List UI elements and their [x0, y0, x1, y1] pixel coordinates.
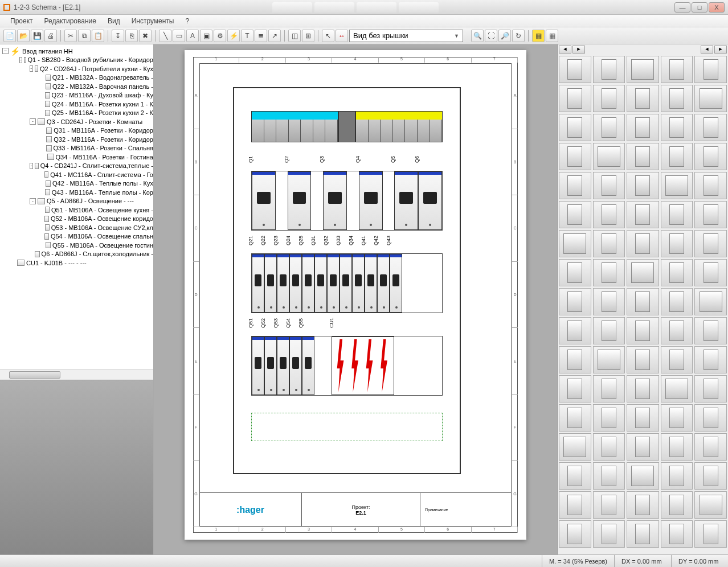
palette-item[interactable]	[661, 462, 693, 490]
save-icon[interactable]: 💾	[31, 30, 43, 42]
palette-item[interactable]	[593, 491, 625, 519]
breaker-row-3[interactable]: Q51Q52Q53Q54Q55CU1	[251, 336, 443, 396]
palette-item[interactable]	[661, 114, 693, 141]
breaker-row-1[interactable]: Q1Q2Q3Q4Q5Q6	[251, 171, 443, 231]
symbol2-icon[interactable]: ⚡	[227, 30, 240, 42]
breaker-Q6[interactable]: Q6	[418, 171, 442, 230]
palette-item[interactable]	[661, 404, 693, 432]
palette-item[interactable]	[627, 230, 659, 257]
project-tree[interactable]: −⚡Ввод питания НН-Q1 - SB280 - Вводной р…	[0, 44, 153, 380]
palette-item[interactable]	[593, 433, 625, 461]
palette-item[interactable]	[559, 56, 591, 83]
drawing-canvas[interactable]: 1234567 1234567 ABCDEFG ABCDEFG	[154, 44, 557, 554]
tree-item[interactable]: Q42 - MB116A - Теплые полы - Кух	[2, 179, 153, 188]
breaker-Q55[interactable]: Q55	[302, 336, 314, 395]
palette-item[interactable]	[694, 172, 727, 199]
breaker-Q1[interactable]: Q1	[252, 171, 276, 230]
palette-item[interactable]	[559, 230, 591, 257]
palette-item[interactable]	[661, 491, 693, 519]
palette-item[interactable]	[694, 346, 727, 373]
palette-prev2-icon[interactable]: ◄	[701, 46, 713, 54]
text2-icon[interactable]: T	[241, 30, 253, 42]
refresh-icon[interactable]: ↻	[512, 30, 525, 42]
breaker-Q53[interactable]: Q53	[277, 336, 289, 395]
palette-item[interactable]	[593, 404, 625, 432]
palette-item[interactable]	[627, 520, 659, 548]
breaker-Q25[interactable]: Q25	[302, 254, 314, 313]
palette-item[interactable]	[627, 143, 659, 170]
tree-item[interactable]: Q53 - MB106A - Освещение СУ2,кл	[2, 223, 153, 232]
palette-item[interactable]	[694, 56, 727, 83]
breaker-Q23[interactable]: Q23	[277, 254, 289, 313]
palette-item[interactable]	[661, 201, 693, 228]
palette-item[interactable]	[559, 114, 591, 141]
tree-item[interactable]: Q31 - MB116A - Розетки - Коридор	[2, 126, 153, 135]
palette-item[interactable]	[661, 85, 693, 112]
palette-item[interactable]	[627, 462, 659, 490]
breaker-Q51[interactable]: Q51	[252, 336, 264, 395]
palette-item[interactable]	[559, 172, 591, 199]
palette-item[interactable]	[694, 375, 727, 402]
bg-tab[interactable]	[272, 2, 312, 13]
breaker-Q54[interactable]: Q54	[289, 336, 302, 395]
tree-item[interactable]: Q34 - MB116A - Розетки - Гостина	[2, 153, 153, 162]
tree-item[interactable]: Q43 - MB116A - Теплые полы - Кор	[2, 188, 153, 197]
bg-tab[interactable]	[314, 2, 354, 13]
palette-item[interactable]	[627, 288, 659, 315]
palette-item[interactable]	[694, 114, 727, 141]
palette-item[interactable]	[559, 375, 591, 402]
export-icon[interactable]: ↗	[268, 30, 281, 42]
tree-item[interactable]: Q51 - MB106A - Освещение кухня -	[2, 206, 153, 215]
cu-device[interactable]: CU1	[332, 336, 394, 395]
menu-help[interactable]: ?	[180, 16, 195, 26]
tree-item[interactable]: -Q5 - AD866J - Освещение - ---	[2, 197, 153, 206]
palette-next-icon[interactable]: ►	[572, 46, 585, 54]
palette-item[interactable]	[661, 230, 693, 257]
palette-item[interactable]	[593, 288, 625, 315]
panel2-icon[interactable]: ⊞	[302, 30, 314, 42]
palette-item[interactable]	[559, 143, 591, 170]
breaker-Q22[interactable]: Q22	[264, 254, 277, 313]
palette-item[interactable]	[661, 56, 693, 83]
palette-item[interactable]	[627, 85, 659, 112]
copy-icon[interactable]: ⧉	[78, 30, 91, 42]
tree-item[interactable]: Q23 - MB116A - Духовой шкаф - Ку	[2, 91, 153, 100]
spare-row[interactable]	[251, 413, 443, 441]
palette-item[interactable]	[661, 520, 693, 548]
bg-tab[interactable]	[357, 2, 396, 13]
panel1-icon[interactable]: ◫	[288, 30, 301, 42]
tree-item[interactable]: Q52 - MB106A - Освещение коридо	[2, 215, 153, 224]
palette-item[interactable]	[694, 317, 727, 344]
palette-item[interactable]	[694, 491, 727, 519]
palette-item[interactable]	[661, 375, 693, 402]
paste-icon[interactable]: 📋	[92, 30, 104, 42]
palette-item[interactable]	[593, 201, 625, 228]
palette-item[interactable]	[593, 375, 625, 402]
palette-item[interactable]	[559, 433, 591, 461]
palette-grid[interactable]	[558, 55, 728, 554]
zoom-fit-icon[interactable]: ⛶	[485, 30, 497, 42]
bg-tab[interactable]	[399, 2, 439, 13]
list-icon[interactable]: ≣	[255, 30, 267, 42]
palette-item[interactable]	[627, 172, 659, 199]
menu-tools[interactable]: Инструменты	[126, 16, 180, 26]
palette-item[interactable]	[559, 317, 591, 344]
palette-prev-icon[interactable]: ◄	[559, 46, 571, 54]
palette-item[interactable]	[694, 404, 727, 432]
palette-item[interactable]	[627, 346, 659, 373]
palette-item[interactable]	[593, 520, 625, 548]
breaker-Q24[interactable]: Q24	[289, 254, 302, 313]
palette-item[interactable]	[627, 433, 659, 461]
palette-item[interactable]	[593, 317, 625, 344]
breaker-Q5[interactable]: Q5	[394, 171, 418, 230]
minimize-button[interactable]: —	[674, 2, 690, 13]
palette-item[interactable]	[593, 346, 625, 373]
breaker-Q42[interactable]: Q42	[377, 254, 390, 313]
palette-item[interactable]	[627, 114, 659, 141]
tree-item[interactable]: Q55 - MB106A - Освещение гостин	[2, 241, 153, 250]
scroll-thumb[interactable]	[9, 371, 60, 379]
breaker-Q2[interactable]: Q2	[288, 171, 312, 230]
palette-item[interactable]	[694, 143, 727, 170]
zoom-in-icon[interactable]: 🔍	[471, 30, 484, 42]
breaker-Q31[interactable]: Q31	[314, 254, 327, 313]
